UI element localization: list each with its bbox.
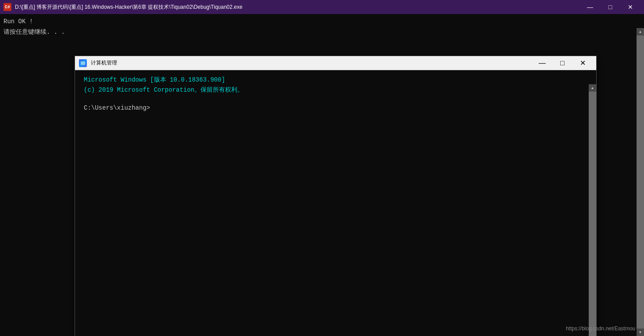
outer-scrollbar[interactable]: ▲ ▼: [637, 28, 644, 336]
outer-titlebar-buttons: — □ ✕: [580, 0, 640, 14]
inner-window-title: 计算机管理: [91, 59, 532, 67]
outer-close-button[interactable]: ✕: [620, 0, 640, 14]
outer-window-icon: C#: [4, 3, 11, 11]
inner-scrollbar[interactable]: ▲ ▼: [589, 84, 596, 336]
outer-scroll-up-arrow[interactable]: ▲: [637, 28, 644, 36]
outer-scroll-down-arrow[interactable]: ▼: [637, 329, 644, 336]
outer-scroll-thumb[interactable]: [637, 36, 644, 329]
outer-cmd-window: C# D:\[重点] 博客开源代码\[重点] 16.Windows-Hacker…: [0, 0, 644, 336]
cmd-prompt-text: C:\Users\xiuzhang>: [84, 104, 587, 113]
inner-scroll-thumb[interactable]: [589, 92, 596, 336]
management-icon: [79, 59, 87, 67]
outer-window-title: D:\[重点] 博客开源代码\[重点] 16.Windows-Hacker\第6…: [15, 4, 580, 11]
inner-titlebar: 计算机管理 — □ ✕: [75, 56, 596, 70]
watermark-text: https://blog.csdn.net/Eastmou: [566, 325, 635, 332]
inner-scroll-up-arrow[interactable]: ▲: [589, 84, 596, 92]
outer-maximize-button[interactable]: □: [600, 0, 620, 14]
outer-titlebar: C# D:\[重点] 博客开源代码\[重点] 16.Windows-Hacker…: [0, 0, 644, 14]
inner-minimize-button[interactable]: —: [532, 56, 552, 70]
inner-content-area: Microsoft Windows [版本 10.0.18363.900] (c…: [75, 70, 596, 336]
inner-maximize-button[interactable]: □: [552, 56, 572, 70]
inner-window-icon: [79, 59, 87, 68]
windows-copyright-text: (c) 2019 Microsoft Corporation。保留所有权利。: [84, 86, 587, 95]
press-key-text: 请按任意键继续. . .: [4, 28, 635, 37]
inner-titlebar-buttons: — □ ✕: [532, 56, 593, 70]
outer-content-area: Run OK ! 请按任意键继续. . . 计算机管理 — □ ✕ Micros…: [0, 14, 644, 336]
windows-version-text: Microsoft Windows [版本 10.0.18363.900]: [84, 75, 587, 85]
run-ok-text: Run OK !: [4, 18, 635, 26]
inner-cmd-window: 计算机管理 — □ ✕ Microsoft Windows [版本 10.0.1…: [75, 56, 597, 336]
outer-minimize-button[interactable]: —: [580, 0, 600, 14]
inner-close-button[interactable]: ✕: [572, 56, 593, 70]
